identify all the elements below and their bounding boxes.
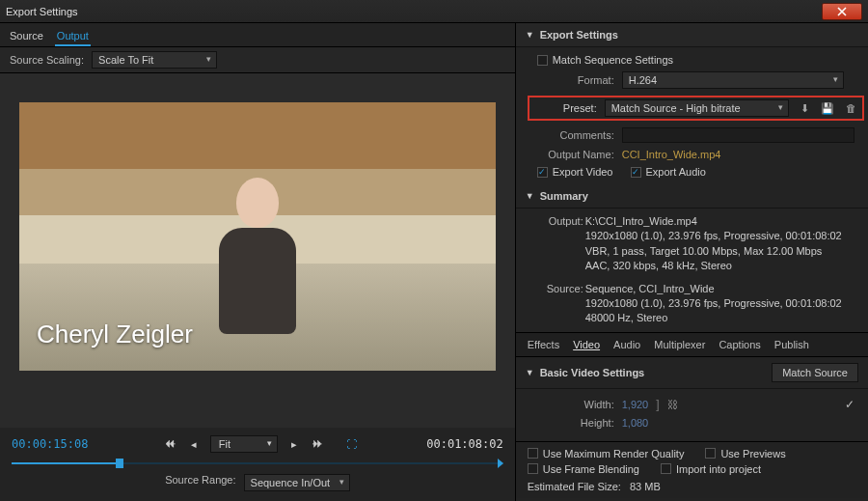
export-video-checkbox[interactable]: ✓Export Video	[537, 166, 613, 178]
export-audio-checkbox[interactable]: ✓Export Audio	[631, 166, 706, 178]
close-icon	[837, 7, 847, 16]
summary-output: Output: K:\CCI_Intro_Wide.mp4 1920x1080 …	[537, 212, 854, 276]
tab-publish[interactable]: Publish	[774, 339, 809, 350]
frame-blending-checkbox[interactable]: Use Frame Blending	[528, 463, 639, 475]
est-size-label: Estimated File Size:	[528, 481, 621, 492]
width-value[interactable]: 1,920	[622, 399, 649, 410]
play-back-icon[interactable]: ◂	[187, 438, 201, 450]
tab-audio[interactable]: Audio	[613, 339, 640, 350]
output-name-link[interactable]: CCI_Intro_Wide.mp4	[622, 149, 721, 160]
import-preset-icon[interactable]: ⬇	[797, 101, 812, 115]
step-back-icon[interactable]: ⯬	[164, 438, 177, 450]
timeline-slider[interactable]	[12, 459, 503, 468]
export-settings-heading: Export Settings	[540, 29, 618, 41]
link-dimensions-icon[interactable]: ⛓	[667, 399, 678, 410]
source-range-label: Source Range:	[165, 474, 235, 491]
format-dropdown[interactable]: H.264	[622, 71, 844, 89]
window-title: Export Settings	[6, 6, 78, 17]
bvs-heading: Basic Video Settings	[540, 367, 645, 378]
lower-third-text: Cheryl Zeigler	[37, 320, 193, 349]
import-project-checkbox[interactable]: Import into project	[661, 463, 761, 475]
source-scaling-label: Source Scaling:	[10, 54, 84, 66]
output-name-label: Output Name:	[537, 149, 614, 160]
source-range-dropdown[interactable]: Sequence In/Out	[244, 474, 350, 491]
export-audio-label: Export Audio	[646, 166, 706, 178]
dim-bracket-icon: ]	[656, 398, 659, 411]
crop-icon[interactable]: ⛶	[345, 438, 359, 450]
preset-dropdown[interactable]: Match Source - High bitrate	[605, 99, 789, 117]
bvs-disclose-icon[interactable]: ▼	[526, 368, 534, 377]
max-render-checkbox[interactable]: Use Maximum Render Quality	[528, 448, 685, 459]
source-scaling-dropdown[interactable]: Scale To Fit	[92, 51, 217, 69]
tab-video[interactable]: Video	[573, 339, 600, 350]
frame-blend-label: Use Frame Blending	[543, 463, 639, 475]
summary-source: Source: Sequence, CCI_Intro_Wide 1920x10…	[537, 280, 854, 328]
match-source-button[interactable]: Match Source	[772, 363, 858, 382]
export-video-label: Export Video	[553, 166, 613, 178]
height-label: Height:	[537, 417, 614, 429]
timecode-in[interactable]: 00:00:15:08	[12, 437, 88, 451]
tab-effects[interactable]: Effects	[528, 339, 559, 350]
width-match-check-icon[interactable]: ✓	[845, 398, 854, 411]
use-previews-checkbox[interactable]: Use Previews	[705, 448, 785, 459]
window-close-button[interactable]	[822, 3, 862, 20]
tab-source[interactable]: Source	[8, 27, 45, 46]
step-forward-icon[interactable]: ⯮	[311, 438, 324, 450]
max-render-label: Use Maximum Render Quality	[543, 448, 685, 459]
format-label: Format:	[537, 74, 614, 86]
video-preview[interactable]: Cheryl Zeigler	[19, 102, 496, 371]
delete-preset-icon[interactable]: 🗑	[843, 101, 858, 115]
play-forward-icon[interactable]: ▸	[287, 438, 301, 450]
summary-disclose-icon[interactable]: ▼	[526, 191, 534, 201]
comments-input[interactable]	[622, 127, 854, 143]
width-label: Width:	[537, 399, 614, 410]
tab-output[interactable]: Output	[55, 27, 91, 46]
use-previews-label: Use Previews	[720, 448, 785, 459]
import-project-label: Import into project	[676, 463, 761, 475]
comments-label: Comments:	[537, 129, 614, 141]
match-sequence-checkbox[interactable]: Match Sequence Settings	[537, 54, 673, 66]
match-sequence-label: Match Sequence Settings	[553, 54, 673, 66]
tab-captions[interactable]: Captions	[719, 339, 760, 350]
height-value[interactable]: 1,080	[622, 417, 649, 429]
zoom-fit-dropdown[interactable]: Fit	[210, 435, 278, 453]
export-settings-disclose-icon[interactable]: ▼	[526, 30, 534, 40]
preset-row-highlight: Preset: Match Source - High bitrate ⬇ 💾 …	[528, 96, 864, 121]
preset-label: Preset:	[533, 102, 597, 114]
tab-multiplexer[interactable]: Multiplexer	[654, 339, 705, 350]
timecode-out: 00:01:08:02	[426, 437, 502, 451]
est-size-value: 83 MB	[630, 481, 661, 492]
save-preset-icon[interactable]: 💾	[820, 101, 835, 115]
summary-heading: Summary	[540, 190, 588, 202]
